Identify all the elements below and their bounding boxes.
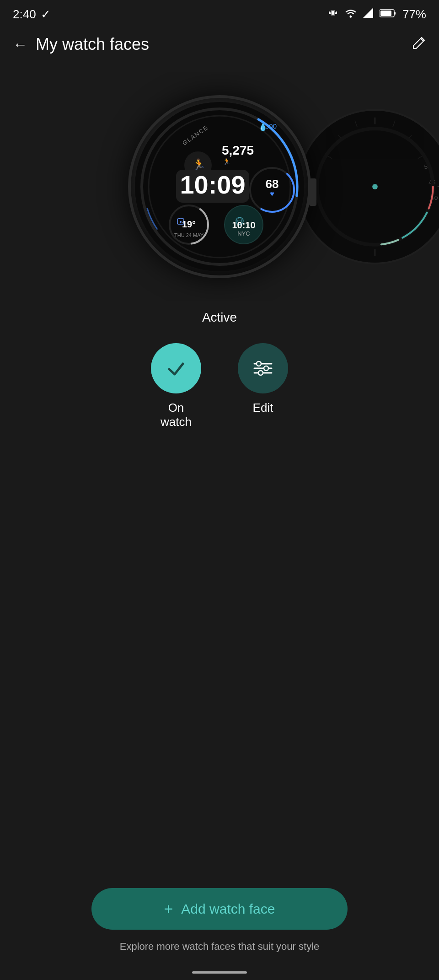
svg-text:THU 24 MAY: THU 24 MAY	[174, 232, 204, 238]
on-watch-label: Onwatch	[161, 401, 192, 429]
edit-btn-wrap: Edit	[238, 343, 288, 429]
header: ← My watch faces	[0, 26, 439, 63]
signal-icon	[363, 8, 373, 21]
page-title: My watch faces	[36, 35, 149, 54]
watch-face-secondary[interactable]: 40 45 50	[297, 109, 439, 264]
watch-crown	[309, 178, 316, 206]
svg-text:5,275: 5,275	[222, 143, 254, 157]
edit-label: Edit	[253, 401, 273, 415]
add-watch-face-label: Add watch face	[181, 901, 275, 917]
svg-text:10:10: 10:10	[232, 220, 255, 230]
status-time: 2:40	[13, 7, 36, 22]
svg-point-64	[257, 361, 261, 366]
on-watch-btn-wrap: Onwatch	[151, 343, 201, 429]
svg-point-60	[372, 184, 378, 189]
svg-rect-5	[335, 12, 336, 14]
svg-text:10:09: 10:09	[180, 170, 245, 199]
explore-text: Explore more watch faces that suit your …	[120, 941, 320, 953]
svg-rect-4	[330, 12, 331, 14]
edit-button[interactable]	[238, 343, 288, 393]
svg-rect-9	[380, 11, 391, 16]
svg-text:🏃: 🏃	[223, 158, 231, 166]
add-watch-face-button[interactable]: + Add watch face	[91, 888, 348, 930]
svg-rect-2	[329, 11, 330, 14]
svg-text:NYC: NYC	[237, 230, 250, 237]
back-button[interactable]: ←	[13, 36, 27, 53]
wifi-icon	[345, 8, 357, 21]
battery-icon	[380, 8, 396, 21]
status-bar: 2:40 ✓	[0, 0, 439, 26]
svg-point-32	[180, 221, 182, 223]
watch-face-status: Active	[0, 310, 439, 325]
vibrate-icon	[327, 7, 338, 21]
svg-point-66	[258, 371, 263, 375]
svg-marker-6	[363, 8, 373, 18]
pencil-icon[interactable]	[412, 36, 426, 54]
check-icon: ✓	[41, 7, 51, 22]
bottom-section: + Add watch face Explore more watch face…	[0, 888, 439, 980]
action-buttons-row: Onwatch Edit	[0, 343, 439, 429]
home-indicator	[192, 971, 247, 974]
svg-point-42	[299, 111, 439, 263]
svg-text:19°: 19°	[182, 219, 196, 229]
plus-icon: +	[164, 900, 173, 918]
status-icons-area: 77%	[327, 7, 426, 22]
header-left: ← My watch faces	[13, 35, 149, 54]
svg-rect-1	[332, 11, 334, 15]
status-time-area: 2:40 ✓	[13, 7, 51, 22]
svg-text:68: 68	[266, 177, 279, 191]
svg-point-65	[264, 366, 268, 371]
secondary-watch-display: 40 45 50	[299, 111, 439, 263]
watch-face-active[interactable]: 💧 500 GLANCE 🏃 5,275 🏃 10:09	[128, 95, 311, 278]
battery-percentage: 77%	[402, 7, 426, 22]
svg-text:500: 500	[265, 122, 277, 130]
watch-face-carousel[interactable]: 💧 500 GLANCE 🏃 5,275 🏃 10:09	[0, 72, 439, 301]
svg-rect-3	[336, 11, 337, 14]
svg-text:🏃: 🏃	[192, 158, 206, 171]
on-watch-button[interactable]	[151, 343, 201, 393]
svg-rect-8	[394, 12, 396, 15]
watch-face-display: 💧 500 GLANCE 🏃 5,275 🏃 10:09	[135, 102, 304, 271]
svg-text:♥: ♥	[270, 190, 274, 198]
